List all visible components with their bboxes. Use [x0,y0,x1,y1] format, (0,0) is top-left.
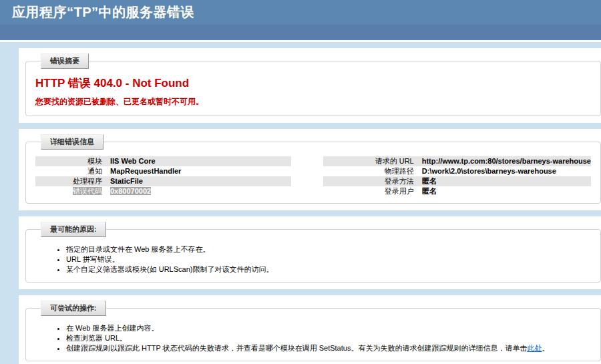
detail-label: 通知 [35,167,110,176]
detail-label: 请求的 URL [323,157,422,166]
detail-row: 模块IIS Web Core [35,156,291,166]
things-to-try-fieldset: 可尝试的操作: 在 Web 服务器上创建内容。检查浏览器 URL。创建跟踪规则以… [25,301,601,361]
page-header: 应用程序“TP”中的服务器错误 [0,0,601,25]
section-error-summary: 错误摘要 HTTP 错误 404.0 - Not Found 您要找的资源已被删… [19,48,601,123]
things-to-try-legend: 可尝试的操作: [41,301,106,316]
detail-value: http://www.tp.com:80/stores/barneys-ware… [422,157,591,166]
section-detailed-error-info: 详细错误信息 模块IIS Web Core通知MapRequestHandler… [19,129,601,210]
detail-value: 0x80070002 [110,187,151,196]
detail-label: 处理程序 [35,177,110,186]
detail-row: 登录用户匿名 [323,186,591,196]
details-table-right: 请求的 URLhttp://www.tp.com:80/stores/barne… [323,156,591,196]
detail-value: 匿名 [422,187,437,196]
detailed-error-legend: 详细错误信息 [41,134,104,150]
detail-row: 错误代码0x80070002 [35,186,291,196]
things-to-try-list: 在 Web 服务器上创建内容。检查浏览器 URL。创建跟踪规则以跟踪此 HTTP… [35,323,591,353]
list-item: 创建跟踪规则以跟踪此 HTTP 状态代码的失败请求，并查看是哪个模块在调用 Se… [66,343,591,353]
inline-link[interactable]: 此处 [527,344,542,352]
detail-row: 物理路径D:\work\2.0\stores\barneys-warehouse [323,166,591,176]
detail-label: 登录方法 [323,177,422,186]
page-title: 应用程序“TP”中的服务器错误 [12,3,589,21]
list-item: URL 拼写错误。 [66,254,591,264]
likely-causes-fieldset: 最可能的原因: 指定的目录或文件在 Web 服务器上不存在。URL 拼写错误。某… [25,222,601,283]
detail-row: 登录方法匿名 [323,176,591,186]
detailed-error-fieldset: 详细错误信息 模块IIS Web Core通知MapRequestHandler… [25,134,601,204]
detail-value: 匿名 [422,177,437,186]
details-tables: 模块IIS Web Core通知MapRequestHandler处理程序Sta… [35,156,591,196]
error-title: HTTP 错误 404.0 - Not Found [35,75,591,91]
section-things-to-try: 可尝试的操作: 在 Web 服务器上创建内容。检查浏览器 URL。创建跟踪规则以… [19,295,601,364]
detail-value: StaticFile [110,177,143,186]
error-summary-fieldset: 错误摘要 HTTP 错误 404.0 - Not Found 您要找的资源已被删… [25,53,601,116]
detail-label: 错误代码 [35,187,110,196]
server-version-bar [0,25,601,42]
list-item: 指定的目录或文件在 Web 服务器上不存在。 [66,244,591,254]
detail-row: 通知MapRequestHandler [35,166,291,176]
error-summary-legend: 错误摘要 [41,53,89,69]
list-item: 某个自定义筛选器或模块(如 URLScan)限制了对该文件的访问。 [66,264,591,274]
detail-label: 登录用户 [323,187,422,196]
detail-row: 处理程序StaticFile [35,176,291,186]
details-table-left: 模块IIS Web Core通知MapRequestHandler处理程序Sta… [35,156,291,196]
likely-causes-list: 指定的目录或文件在 Web 服务器上不存在。URL 拼写错误。某个自定义筛选器或… [35,244,591,274]
content-area: 错误摘要 HTTP 错误 404.0 - Not Found 您要找的资源已被删… [19,48,601,364]
detail-row: 请求的 URLhttp://www.tp.com:80/stores/barne… [323,156,591,166]
detail-label: 模块 [35,157,110,166]
detail-value: D:\work\2.0\stores\barneys-warehouse [422,167,556,176]
list-item: 在 Web 服务器上创建内容。 [66,323,591,333]
detail-label: 物理路径 [323,167,422,176]
error-description: 您要找的资源已被删除、已更名或暂时不可用。 [35,96,591,108]
likely-causes-legend: 最可能的原因: [41,222,106,237]
detail-value: MapRequestHandler [110,167,181,176]
list-item: 检查浏览器 URL。 [66,333,591,343]
iis-error-page: 应用程序“TP”中的服务器错误 错误摘要 HTTP 错误 404.0 - Not… [0,0,601,364]
section-likely-causes: 最可能的原因: 指定的目录或文件在 Web 服务器上不存在。URL 拼写错误。某… [19,216,601,289]
detail-value: IIS Web Core [110,157,156,166]
